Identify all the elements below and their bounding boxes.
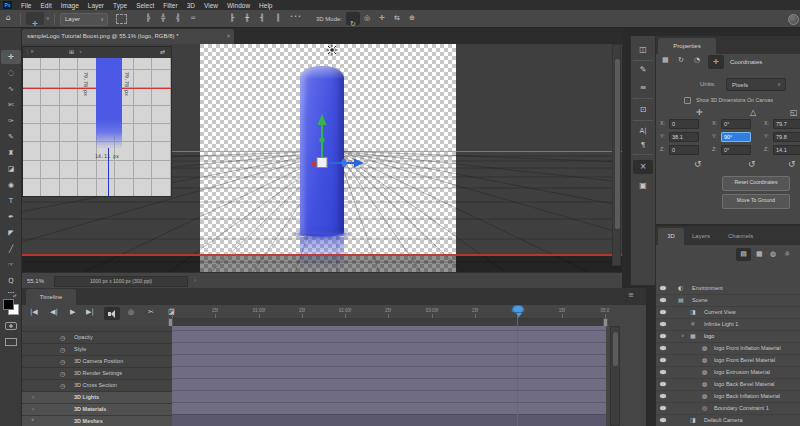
track-row-opacity[interactable]: ◷ Opacity [22, 332, 172, 344]
filter-meshes-icon[interactable]: ▦ [756, 251, 763, 258]
menu-filter[interactable]: Filter [163, 2, 177, 9]
swap-view-icon[interactable]: ⇄ [160, 49, 165, 55]
visibility-eye-icon[interactable] [660, 358, 666, 362]
chevron-collapsed-icon[interactable]: › [32, 394, 34, 400]
visibility-eye-icon[interactable] [660, 370, 666, 374]
stopwatch-icon[interactable]: ◷ [60, 359, 65, 365]
more-options-icon[interactable]: ••• [290, 14, 302, 19]
account-icon[interactable] [788, 14, 799, 25]
show-3d-dimensions-checkbox[interactable] [684, 97, 691, 104]
position-z-field[interactable]: 0 [669, 145, 699, 155]
reset-rotation-icon[interactable]: ↺ [748, 160, 756, 169]
visibility-eye-icon[interactable] [660, 322, 666, 326]
3d-move-gizmo[interactable] [292, 106, 382, 201]
quick-mask-icon[interactable] [5, 322, 17, 330]
3d-dolly-mode-icon[interactable]: ⊕ [409, 15, 415, 22]
track-row-style[interactable]: ◷ Style [22, 344, 172, 356]
foreground-color-swatch[interactable] [3, 299, 14, 310]
visibility-eye-icon[interactable] [660, 298, 666, 302]
track-row-3d-camera-position[interactable]: ◷ 3D Camera Position [22, 356, 172, 368]
reset-coordinates-button[interactable]: Reset Coordinates [722, 176, 790, 191]
3d-pan-mode-icon[interactable]: ✛ [379, 15, 385, 22]
group-row-3d-materials[interactable]: › 3D Materials [22, 404, 172, 416]
transform-controls-icon[interactable] [116, 14, 127, 24]
visibility-eye-icon[interactable] [660, 346, 666, 350]
status-chevron-icon[interactable]: › [194, 277, 196, 283]
scale-x-field[interactable]: 79.7 [773, 119, 800, 129]
next-frame-icon[interactable]: ▶| [86, 309, 94, 316]
infinite-light-icon[interactable] [326, 44, 338, 56]
units-dropdown[interactable]: Pixels ∨ [726, 78, 786, 91]
histogram-panel-icon[interactable]: ◫ [631, 46, 655, 54]
deform-properties-icon[interactable]: ↻ [678, 57, 684, 64]
tab-timeline[interactable]: Timeline [26, 289, 76, 305]
rotation-y-field-selected[interactable]: 90° [721, 132, 751, 142]
mesh-properties-icon[interactable]: ▦ [662, 57, 669, 64]
split-clip-icon[interactable]: ✂ [148, 309, 154, 316]
zoom-tool-icon[interactable]: Q [0, 278, 22, 285]
menu-help[interactable]: Help [259, 2, 272, 9]
distribute-left-icon[interactable]: ╟ [230, 15, 234, 22]
type-tool-icon[interactable]: T [0, 198, 22, 205]
tab-channels[interactable]: Channels [728, 233, 753, 239]
brushes-panel-icon[interactable]: ≡ [631, 84, 655, 92]
menu-edit[interactable]: Edit [40, 2, 51, 9]
tab-layers[interactable]: Layers [692, 233, 710, 239]
canvas-viewport[interactable]: ⋮ × ⊞ ∨ ⇄ 79.78 px 79.78 px 14.11 px [22, 44, 622, 272]
render-settings-icon[interactable]: ◎ [128, 309, 134, 316]
brush-tool-icon[interactable]: ✎ [0, 134, 22, 141]
audio-mute-button[interactable] [104, 307, 120, 320]
playhead-marker[interactable] [512, 305, 524, 313]
menu-type[interactable]: Type [113, 2, 127, 9]
smudge-tool-icon[interactable]: ◉ [0, 182, 22, 189]
filter-materials-icon[interactable]: ◍ [770, 251, 776, 258]
position-y-field[interactable]: 38.1 [669, 132, 699, 142]
hand-tool-icon[interactable]: ☞ [0, 262, 22, 269]
menu-file[interactable]: File [21, 2, 31, 9]
visibility-eye-icon[interactable] [660, 394, 666, 398]
cap-properties-icon[interactable]: ◔ [694, 57, 700, 64]
visibility-eye-icon[interactable] [660, 286, 666, 290]
panel-menu-icon[interactable]: ≡ [628, 292, 634, 299]
chevron-down-icon[interactable]: ∨ [46, 16, 50, 21]
menu-select[interactable]: Select [136, 2, 154, 9]
clone-stamp-tool-icon[interactable]: ♜ [0, 150, 22, 157]
auto-select-dropdown[interactable]: Layer ∨ [60, 13, 108, 26]
work-area-bar[interactable] [172, 319, 606, 326]
close-icon[interactable]: × [30, 49, 34, 54]
coordinates-properties-button[interactable]: ✛ [708, 55, 724, 69]
reset-scale-icon[interactable]: ↺ [788, 160, 796, 169]
document-tab[interactable]: sampleLogo Tutorial Boost.png @ 55.1% (l… [22, 29, 234, 44]
pen-tool-icon[interactable]: ✒ [0, 214, 22, 221]
edit-toolbar-icon[interactable]: ••• [0, 291, 22, 295]
eraser-tool-icon[interactable]: ◪ [0, 166, 22, 173]
menu-view[interactable]: View [204, 2, 218, 9]
reset-position-icon[interactable]: ↺ [694, 160, 702, 169]
position-x-field[interactable]: 0 [669, 119, 699, 129]
chevron-collapsed-icon[interactable]: › [32, 406, 34, 412]
menu-image[interactable]: Image [61, 2, 79, 9]
move-tool-option-button[interactable]: ✛ [26, 12, 44, 25]
menu-window[interactable]: Window [227, 2, 250, 9]
filter-lights-icon[interactable]: ☼ [784, 251, 790, 258]
stopwatch-icon[interactable]: ◷ [60, 335, 65, 341]
stopwatch-icon[interactable]: ◷ [60, 347, 65, 353]
group-row-3d-lights[interactable]: › 3D Lights [22, 392, 172, 404]
libraries-panel-icon[interactable]: ▣ [631, 182, 655, 190]
scale-y-field[interactable]: 79.8 [773, 132, 800, 142]
scrollbar-thumb[interactable] [613, 332, 618, 366]
menu-layer[interactable]: Layer [88, 2, 104, 9]
paragraph-panel-icon[interactable]: ¶ [631, 142, 655, 149]
go-to-first-frame-icon[interactable]: |◀ [30, 309, 38, 316]
brush-settings-panel-icon[interactable]: ✎ [631, 66, 655, 74]
rotation-z-field[interactable]: 0° [721, 145, 751, 155]
visibility-eye-icon[interactable] [660, 382, 666, 386]
scale-z-field[interactable]: 14.1 [773, 145, 800, 155]
tab-3d[interactable]: 3D [658, 228, 684, 245]
secondary-view[interactable]: ⋮ × ⊞ ∨ ⇄ 79.78 px 79.78 px 14.11 px [22, 46, 172, 197]
path-select-tool-icon[interactable]: ◤ [0, 230, 22, 237]
clone-source-panel-icon[interactable]: ⊡ [631, 106, 655, 114]
marquee-tool-icon[interactable]: ◌ [0, 70, 22, 77]
visibility-eye-icon[interactable] [660, 418, 666, 422]
zoom-level[interactable]: 55.1% [27, 278, 44, 284]
